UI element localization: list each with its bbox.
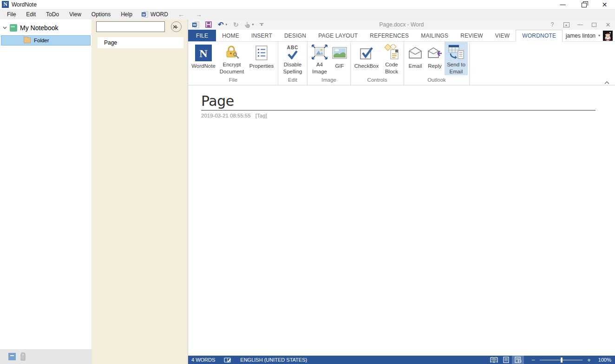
- email-button[interactable]: Email: [406, 42, 425, 75]
- search-input[interactable]: [97, 22, 172, 32]
- print-layout-button[interactable]: [500, 356, 512, 364]
- redo-icon[interactable]: ↻: [233, 21, 239, 28]
- group-label-file: File: [190, 76, 276, 84]
- tab-wordnote-active[interactable]: WORDNOTE: [516, 30, 563, 42]
- touch-mode-icon[interactable]: [245, 21, 250, 28]
- web-layout-button[interactable]: [512, 356, 524, 364]
- add-page-button[interactable]: +: [171, 21, 182, 32]
- folder-item-selected[interactable]: Folder: [1, 35, 91, 46]
- word-app-icon: W: [192, 21, 199, 28]
- gif-image-icon: [332, 44, 347, 62]
- page-list-item[interactable]: Page: [98, 37, 183, 48]
- zoom-level[interactable]: 100%: [592, 357, 611, 363]
- document-area[interactable]: Page 2019-03-21 08:55:55 [Tag]: [188, 85, 615, 356]
- ribbon-display-options-button[interactable]: ▲: [559, 20, 573, 30]
- tab-view[interactable]: VIEW: [489, 30, 516, 41]
- send-to-email-icon: [448, 44, 465, 61]
- tab-home[interactable]: HOME: [216, 30, 245, 41]
- undo-caret-icon[interactable]: ▾: [226, 23, 228, 26]
- ribbon-group-edit: ABC Disable Spelling Edit: [278, 42, 308, 85]
- tab-page-layout[interactable]: PAGE LAYOUT: [312, 30, 364, 41]
- menubar: File Edit ToDo View Options Help W WORD …: [0, 9, 615, 20]
- notebook-icon: [10, 24, 17, 32]
- app-titlebar: N WordNote — ✕: [0, 0, 615, 9]
- checkbox-button[interactable]: CheckBox: [352, 42, 381, 75]
- checkbox-icon: [359, 44, 374, 62]
- tab-mailings[interactable]: MAILINGS: [415, 30, 454, 41]
- code-block-button[interactable]: Code Block: [381, 42, 402, 75]
- undo-icon[interactable]: ↶: [218, 20, 224, 29]
- document-meta: 2019-03-21 08:55:55 [Tag]: [201, 113, 615, 118]
- mini-notebook-icon[interactable]: [8, 353, 16, 360]
- code-block-icon: [384, 44, 399, 61]
- proofing-icon[interactable]: [224, 357, 231, 364]
- customize-qat-icon[interactable]: ▾: [260, 23, 263, 26]
- word-close-button[interactable]: ✕: [601, 20, 615, 30]
- read-mode-icon: [490, 357, 498, 363]
- word-help-button[interactable]: ?: [545, 20, 559, 30]
- menu-edit[interactable]: Edit: [21, 9, 41, 20]
- page-list-panel: ✕ + Page: [92, 20, 188, 364]
- menu-file[interactable]: File: [2, 9, 21, 20]
- a4-image-button[interactable]: A4 Image: [309, 42, 330, 75]
- word-maximize-button[interactable]: [587, 20, 601, 30]
- folder-icon: [24, 38, 31, 43]
- notebook-root-item[interactable]: My Notebook: [0, 21, 92, 34]
- user-avatar: [603, 31, 613, 41]
- tag-icon[interactable]: [20, 352, 26, 361]
- document-title[interactable]: Page: [201, 93, 595, 110]
- folder-label: Folder: [34, 38, 49, 43]
- encrypt-document-button[interactable]: Encrypt Document: [217, 42, 247, 75]
- maximize-icon: [592, 23, 596, 27]
- menu-help[interactable]: Help: [116, 9, 137, 20]
- status-bar: 4 WORDS ENGLISH (UNITED STATES): [188, 356, 615, 364]
- forward-arrow-button[interactable]: →: [190, 11, 208, 18]
- status-right: − + 100%: [488, 356, 615, 364]
- language-status[interactable]: ENGLISH (UNITED STATES): [240, 357, 307, 363]
- read-mode-button[interactable]: [488, 356, 500, 364]
- quick-access-toolbar: W ↶ ▾ ↻ ▾ ▾: [188, 20, 263, 29]
- close-button[interactable]: ✕: [594, 0, 615, 9]
- tab-file[interactable]: FILE: [188, 30, 216, 41]
- email-envelope-icon: [407, 44, 423, 62]
- word-titlebar: W ↶ ▾ ↻ ▾ ▾ Page.docx - Wor: [188, 20, 615, 30]
- wordnote-button[interactable]: N WordNote: [190, 42, 217, 75]
- word-minimize-button[interactable]: —: [573, 20, 587, 30]
- tab-insert[interactable]: INSERT: [245, 30, 278, 41]
- menu-word[interactable]: W WORD: [137, 9, 172, 20]
- ribbon-tab-row: FILE HOME INSERT DESIGN PAGE LAYOUT REFE…: [188, 30, 615, 42]
- document-tag: [Tag]: [255, 113, 267, 118]
- reply-button[interactable]: Reply: [425, 42, 445, 75]
- back-arrow-button[interactable]: ←: [172, 11, 190, 18]
- tab-references[interactable]: REFERENCES: [364, 30, 415, 41]
- sidebar-bottom-toolbar: [0, 349, 92, 364]
- tab-design[interactable]: DESIGN: [278, 30, 312, 41]
- group-label-outlook: Outlook: [406, 76, 468, 84]
- minimize-button[interactable]: —: [552, 0, 573, 9]
- save-icon[interactable]: [205, 21, 212, 28]
- svg-text:W: W: [142, 13, 145, 16]
- word-window: W ↶ ▾ ↻ ▾ ▾ Page.docx - Wor: [188, 20, 615, 364]
- restore-icon: [582, 3, 586, 6]
- svg-text:W: W: [193, 23, 196, 27]
- user-account[interactable]: james linton ▾: [566, 30, 615, 41]
- tab-review[interactable]: REVIEW: [454, 30, 489, 41]
- zoom-out-button[interactable]: −: [530, 357, 536, 364]
- menu-todo[interactable]: ToDo: [41, 9, 64, 20]
- restore-button[interactable]: [573, 0, 594, 9]
- ribbon-group-outlook: Email Reply: [404, 42, 470, 85]
- notebook-label: My Notebook: [20, 24, 58, 32]
- disable-spelling-button[interactable]: ABC Disable Spelling: [280, 42, 306, 75]
- touch-mode-caret-icon[interactable]: ▾: [252, 23, 254, 26]
- send-to-email-button[interactable]: Send to Email: [445, 42, 468, 75]
- word-count[interactable]: 4 WORDS: [191, 357, 215, 363]
- properties-button[interactable]: Properties: [247, 42, 276, 75]
- menu-options[interactable]: Options: [86, 9, 116, 20]
- zoom-slider[interactable]: [540, 358, 582, 363]
- app-title: WordNote: [12, 1, 37, 8]
- menu-view[interactable]: View: [64, 9, 86, 20]
- ribbon-group-file: N WordNote: [189, 42, 278, 85]
- zoom-in-button[interactable]: +: [586, 357, 592, 364]
- gif-button[interactable]: GIF: [330, 42, 349, 75]
- zoom-slider-thumb[interactable]: [561, 358, 563, 363]
